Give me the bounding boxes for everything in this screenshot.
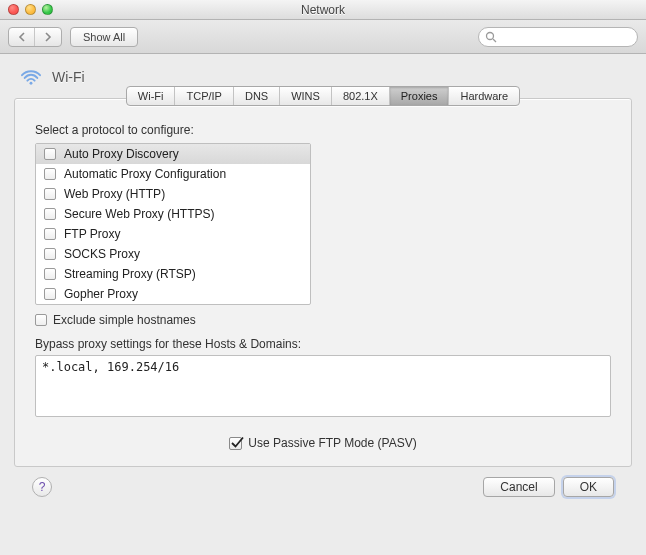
tab-dns[interactable]: DNS [234,87,280,105]
tab-tcpip[interactable]: TCP/IP [175,87,233,105]
tab-wins[interactable]: WINS [280,87,332,105]
protocol-list[interactable]: Auto Proxy DiscoveryAutomatic Proxy Conf… [35,143,311,305]
exclude-simple-hostnames-label: Exclude simple hostnames [53,313,196,327]
chevron-right-icon [44,32,52,42]
protocol-checkbox[interactable] [44,248,56,260]
footer: ? Cancel OK [14,467,632,497]
svg-line-1 [493,39,496,42]
protocol-checkbox[interactable] [44,268,56,280]
protocol-label: Web Proxy (HTTP) [64,187,165,201]
ok-button[interactable]: OK [563,477,614,497]
protocol-label: Secure Web Proxy (HTTPS) [64,207,214,221]
settings-card: Wi-FiTCP/IPDNSWINS802.1XProxiesHardware … [14,98,632,467]
search-field[interactable] [478,27,638,47]
protocol-row[interactable]: Web Proxy (HTTP) [36,184,310,204]
protocol-row[interactable]: Auto Proxy Discovery [36,144,310,164]
protocol-label: Auto Proxy Discovery [64,147,179,161]
protocol-checkbox[interactable] [44,228,56,240]
protocol-checkbox[interactable] [44,188,56,200]
svg-point-2 [30,82,33,85]
bypass-label: Bypass proxy settings for these Hosts & … [35,337,611,351]
tab-wifi[interactable]: Wi-Fi [127,87,176,105]
forward-button[interactable] [35,28,61,46]
passive-ftp-label: Use Passive FTP Mode (PASV) [248,436,416,450]
toolbar: Show All [0,20,646,54]
protocol-row[interactable]: FTP Proxy [36,224,310,244]
protocol-label: Automatic Proxy Configuration [64,167,226,181]
show-all-button[interactable]: Show All [70,27,138,47]
protocol-checkbox[interactable] [44,208,56,220]
protocol-row[interactable]: Secure Web Proxy (HTTPS) [36,204,310,224]
checkmark-icon [229,435,245,451]
cancel-button[interactable]: Cancel [483,477,554,497]
tab-8021x[interactable]: 802.1X [332,87,390,105]
help-button[interactable]: ? [32,477,52,497]
nav-back-forward [8,27,62,47]
protocol-label: SOCKS Proxy [64,247,140,261]
bypass-hosts-textarea[interactable] [35,355,611,417]
protocol-checkbox[interactable] [44,148,56,160]
protocol-label: FTP Proxy [64,227,120,241]
protocol-row[interactable]: Gopher Proxy [36,284,310,304]
wifi-icon [20,68,42,86]
select-protocol-prompt: Select a protocol to configure: [35,123,611,137]
window-titlebar: Network [0,0,646,20]
svg-point-0 [487,32,494,39]
zoom-window-button[interactable] [42,4,53,15]
tabset: Wi-FiTCP/IPDNSWINS802.1XProxiesHardware [126,86,520,106]
close-window-button[interactable] [8,4,19,15]
tab-proxies[interactable]: Proxies [390,87,450,105]
protocol-label: Streaming Proxy (RTSP) [64,267,196,281]
traffic-lights [0,4,53,15]
back-button[interactable] [9,28,35,46]
window-title: Network [0,3,646,17]
tab-hardware[interactable]: Hardware [449,87,519,105]
protocol-row[interactable]: Automatic Proxy Configuration [36,164,310,184]
protocol-row[interactable]: Streaming Proxy (RTSP) [36,264,310,284]
search-icon [485,31,497,43]
passive-ftp-checkbox[interactable] [229,437,242,450]
protocol-row[interactable]: SOCKS Proxy [36,244,310,264]
protocol-checkbox[interactable] [44,288,56,300]
passive-ftp-row: Use Passive FTP Mode (PASV) [35,436,611,450]
section-title: Wi-Fi [52,69,85,85]
protocol-checkbox[interactable] [44,168,56,180]
chevron-left-icon [18,32,26,42]
protocol-label: Gopher Proxy [64,287,138,301]
minimize-window-button[interactable] [25,4,36,15]
exclude-simple-hostnames-checkbox[interactable] [35,314,47,326]
exclude-simple-hostnames-row: Exclude simple hostnames [35,313,611,327]
